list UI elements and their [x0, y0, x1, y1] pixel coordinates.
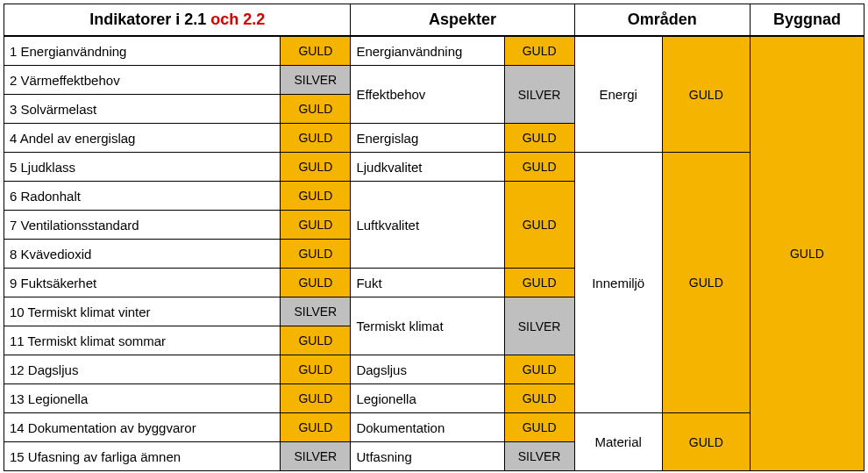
aspect-badge: GULD	[504, 384, 574, 413]
aspect-label: Utfasning	[351, 442, 504, 471]
indicator-badge: GULD	[281, 240, 351, 269]
aspect-badge: GULD	[504, 355, 574, 384]
area-label: Material	[574, 413, 662, 471]
col-header-omraden: Områden	[574, 4, 750, 37]
indicator-badge: SILVER	[281, 66, 351, 95]
table-body: 1 EnergianvändningGULDEnergianvändningGU…	[4, 36, 864, 471]
aspect-label: Energianvändning	[351, 36, 504, 66]
aspect-badge: GULD	[504, 182, 574, 269]
indicator-label: 2 Värmeffektbehov	[4, 66, 281, 95]
table-row: 1 EnergianvändningGULDEnergianvändningGU…	[4, 36, 864, 66]
table-row: 5 LjudklassGULDLjudkvalitetGULDInnemiljö…	[4, 153, 864, 182]
indicator-badge: GULD	[281, 95, 351, 124]
col-header-byggnad: Byggnad	[750, 4, 864, 37]
area-label: Energi	[574, 36, 662, 153]
indicator-badge: GULD	[281, 269, 351, 297]
indicator-badge: GULD	[281, 326, 351, 355]
table-row: 14 Dokumentation av byggvarorGULDDokumen…	[4, 413, 864, 442]
aspect-badge: GULD	[504, 36, 574, 66]
aspect-label: Fukt	[351, 269, 504, 297]
indicator-label: 1 Energianvändning	[4, 36, 281, 66]
indicator-badge: GULD	[281, 153, 351, 182]
col-header-indikatorer-suffix: och 2.2	[210, 11, 265, 28]
aspect-label: Effektbehov	[351, 66, 504, 124]
area-badge: GULD	[662, 413, 750, 471]
aspect-label: Energislag	[351, 124, 504, 153]
aspect-badge: GULD	[504, 269, 574, 297]
indicator-label: 6 Radonhalt	[4, 182, 281, 211]
indicator-badge: GULD	[281, 124, 351, 153]
aspect-label: Ljudkvalitet	[351, 153, 504, 182]
aspect-label: Dokumentation	[351, 413, 504, 442]
aspect-badge: SILVER	[504, 442, 574, 471]
aspect-badge: GULD	[504, 153, 574, 182]
aspect-badge: GULD	[504, 413, 574, 442]
indicator-label: 3 Solvärmelast	[4, 95, 281, 124]
indicator-label: 9 Fuktsäkerhet	[4, 269, 281, 297]
area-label: Innemiljö	[574, 153, 662, 413]
indicator-label: 5 Ljudklass	[4, 153, 281, 182]
indicator-label: 14 Dokumentation av byggvaror	[4, 413, 281, 442]
aspect-label: Legionella	[351, 384, 504, 413]
indicator-badge: GULD	[281, 211, 351, 240]
aspect-badge: SILVER	[504, 297, 574, 355]
indicator-badge: GULD	[281, 384, 351, 413]
aspect-label: Dagsljus	[351, 355, 504, 384]
indicator-badge: GULD	[281, 182, 351, 211]
table-header-row: Indikatorer i 2.1 och 2.2 Aspekter Områd…	[4, 4, 864, 37]
indicator-label: 12 Dagsljus	[4, 355, 281, 384]
aspect-badge: SILVER	[504, 66, 574, 124]
indicator-badge: SILVER	[281, 297, 351, 326]
rating-table: Indikatorer i 2.1 och 2.2 Aspekter Områd…	[4, 4, 864, 471]
aspect-label: Luftkvalitet	[351, 182, 504, 269]
col-header-indikatorer-prefix: Indikatorer i 2.1	[89, 11, 210, 28]
aspect-label: Termiskt klimat	[351, 297, 504, 355]
indicator-badge: GULD	[281, 36, 351, 66]
indicator-label: 11 Termiskt klimat sommar	[4, 326, 281, 355]
indicator-label: 13 Legionella	[4, 384, 281, 413]
col-header-indikatorer: Indikatorer i 2.1 och 2.2	[4, 4, 351, 37]
indicator-badge: GULD	[281, 355, 351, 384]
area-badge: GULD	[662, 153, 750, 413]
indicator-badge: GULD	[281, 413, 351, 442]
indicator-badge: SILVER	[281, 442, 351, 471]
indicator-label: 7 Ventilationsstandard	[4, 211, 281, 240]
indicator-label: 15 Ufasning av farliga ämnen	[4, 442, 281, 471]
col-header-aspekter: Aspekter	[351, 4, 574, 37]
building-badge: GULD	[750, 36, 864, 471]
indicator-label: 8 Kvävedioxid	[4, 240, 281, 269]
aspect-badge: GULD	[504, 124, 574, 153]
indicator-label: 10 Termiskt klimat vinter	[4, 297, 281, 326]
area-badge: GULD	[662, 36, 750, 153]
indicator-label: 4 Andel av energislag	[4, 124, 281, 153]
